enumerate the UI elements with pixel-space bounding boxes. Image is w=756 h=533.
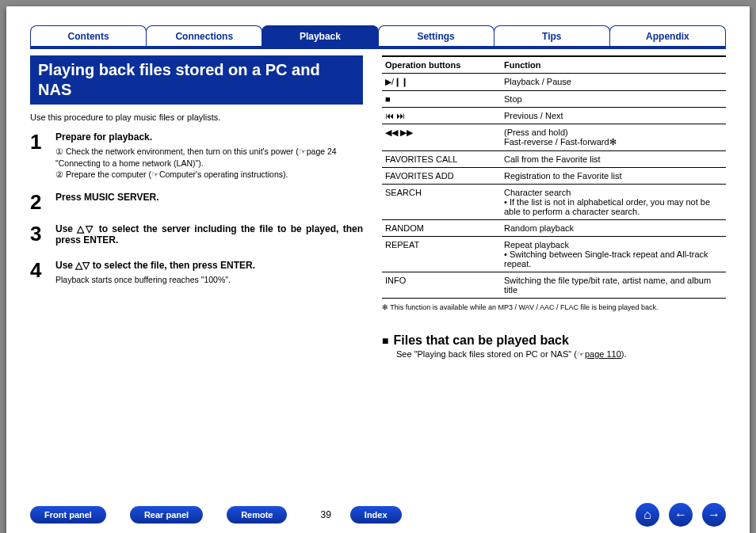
step-number: 4	[30, 260, 46, 286]
tab-appendix[interactable]: Appendix	[609, 25, 726, 46]
rear-panel-button[interactable]: Rear panel	[130, 506, 203, 523]
right-column: Operation buttons Function ▶/❙❙Playback …	[382, 55, 726, 360]
bottom-nav: Front panel Rear panel Remote 39 Index ⌂…	[30, 503, 726, 527]
page-link[interactable]: page 110	[585, 349, 621, 359]
subsection-title: Files that can be played back	[393, 333, 568, 347]
table-row: ◀◀ ▶▶(Press and hold) Fast-reverse / Fas…	[382, 124, 726, 151]
manual-page: Contents Connections Playback Settings T…	[6, 6, 750, 533]
table-row: RANDOMRandom playback	[382, 220, 726, 237]
remote-button[interactable]: Remote	[227, 506, 287, 523]
index-button[interactable]: Index	[350, 506, 402, 523]
op-function-cell: Registration to the Favorite list	[501, 168, 726, 185]
table-row: SEARCHCharacter search • If the list is …	[382, 185, 726, 220]
op-function-cell: Stop	[501, 91, 726, 108]
op-button-cell: SEARCH	[382, 185, 501, 220]
step-3: 3 Use △▽ to select the server including …	[30, 223, 363, 249]
op-function-cell: Random playback	[501, 220, 726, 237]
op-button-cell: FAVORITES ADD	[382, 168, 501, 185]
next-page-button[interactable]: →	[702, 503, 726, 527]
prev-page-button[interactable]: ←	[669, 503, 693, 527]
step-1: 1 Prepare for playback. ① Check the netw…	[30, 131, 363, 181]
table-row: FAVORITES CALLCall from the Favorite lis…	[382, 151, 726, 168]
step-heading: Press MUSIC SERVER.	[55, 192, 159, 203]
step-heading: Prepare for playback.	[55, 131, 363, 143]
table-row: ▶/❙❙Playback / Pause	[382, 74, 726, 91]
step-line: ① Check the network environment, then tu…	[55, 146, 363, 169]
step-number: 1	[30, 131, 46, 181]
op-function-cell: Repeat playback • Switching between Sing…	[501, 237, 726, 272]
tab-tips[interactable]: Tips	[494, 25, 610, 46]
op-function-cell: (Press and hold) Fast-reverse / Fast-for…	[501, 124, 726, 151]
step-heading: Use △▽ to select the server including th…	[55, 223, 363, 246]
table-row: REPEATRepeat playback • Switching betwee…	[382, 237, 726, 272]
table-row: FAVORITES ADDRegistration to the Favorit…	[382, 168, 726, 185]
table-header: Operation buttons	[382, 56, 501, 74]
sub-text-prefix: See "Playing back files stored on PC or …	[396, 349, 585, 359]
op-button-cell: ⏮ ⏭	[382, 108, 501, 124]
op-function-cell: Playback / Pause	[501, 74, 726, 91]
op-function-cell: Call from the Favorite list	[501, 151, 726, 168]
step-number: 3	[30, 223, 46, 249]
op-button-cell: FAVORITES CALL	[382, 151, 501, 168]
table-header: Function	[501, 56, 726, 74]
op-function-cell: Switching the file type/bit rate, artist…	[501, 272, 726, 299]
step-line: ② Prepare the computer (☞Computer's oper…	[55, 169, 363, 181]
table-footnote: ✻ This function is available while an MP…	[382, 303, 726, 313]
arrow-right-icon: →	[708, 508, 720, 522]
home-button[interactable]: ⌂	[636, 503, 659, 527]
op-button-cell: REPEAT	[382, 237, 501, 272]
table-row: INFOSwitching the file type/bit rate, ar…	[382, 272, 726, 299]
op-button-cell: INFO	[382, 272, 501, 299]
arrow-left-icon: ←	[674, 508, 687, 522]
op-button-cell: RANDOM	[382, 220, 501, 237]
op-function-cell: Character search • If the list is not in…	[501, 185, 726, 220]
sub-text-suffix: ).	[621, 349, 627, 359]
square-bullet-icon: ■	[382, 334, 388, 347]
subsection-text: See "Playing back files stored on PC or …	[396, 349, 726, 360]
subsection-heading: ■Files that can be played back	[382, 333, 726, 348]
page-title: Playing back files stored on a PC and NA…	[30, 55, 363, 105]
intro-text: Use this procedure to play music files o…	[30, 112, 363, 122]
op-button-cell: ▶/❙❙	[382, 74, 501, 91]
op-button-cell: ◀◀ ▶▶	[382, 124, 501, 151]
op-button-cell: ■	[382, 91, 501, 108]
step-2: 2 Press MUSIC SERVER.	[30, 192, 363, 212]
tab-connections[interactable]: Connections	[146, 25, 262, 46]
top-tabs: Contents Connections Playback Settings T…	[30, 24, 726, 46]
tab-playback[interactable]: Playback	[262, 25, 378, 46]
step-heading: Use △▽ to select the file, then press EN…	[55, 260, 255, 271]
page-number: 39	[320, 509, 330, 520]
op-function-cell: Previous / Next	[501, 108, 726, 124]
front-panel-button[interactable]: Front panel	[30, 506, 106, 523]
table-row: ⏮ ⏭Previous / Next	[382, 108, 726, 124]
step-4: 4 Use △▽ to select the file, then press …	[30, 260, 363, 286]
tab-settings[interactable]: Settings	[378, 25, 494, 46]
tab-underline	[30, 46, 726, 49]
table-row: ■Stop	[382, 91, 726, 108]
step-desc: ① Check the network environment, then tu…	[55, 146, 363, 181]
tab-contents[interactable]: Contents	[30, 25, 147, 46]
left-column: Playing back files stored on a PC and NA…	[30, 55, 363, 360]
step-number: 2	[30, 192, 46, 212]
step-desc: Playback starts once buffering reaches "…	[55, 274, 255, 286]
home-icon: ⌂	[643, 508, 651, 522]
operation-table: Operation buttons Function ▶/❙❙Playback …	[382, 55, 726, 299]
